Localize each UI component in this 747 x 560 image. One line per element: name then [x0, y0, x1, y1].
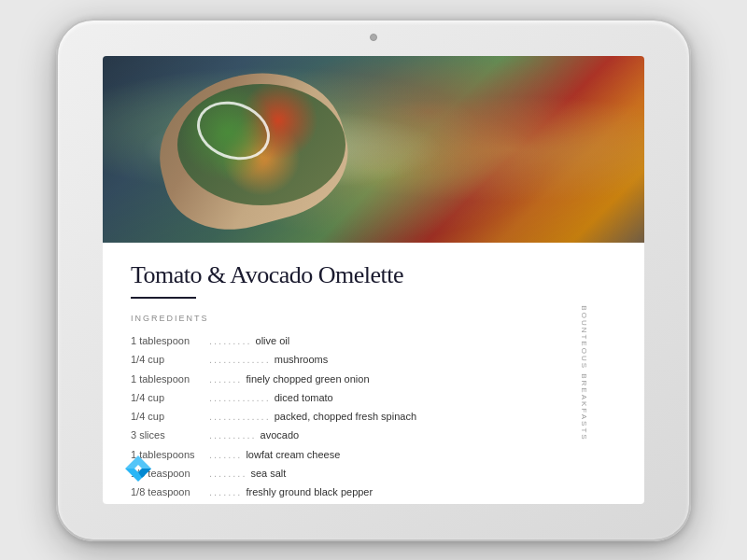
ingredient-amount: 1 tablespoon	[131, 372, 205, 385]
ingredient-dots: .............	[209, 391, 271, 404]
ingredient-amount: 1/4 cup	[131, 391, 205, 404]
ingredient-name: mushrooms	[275, 353, 328, 366]
title-underline	[131, 297, 196, 299]
ingredient-name: freshly ground black pepper	[246, 485, 373, 498]
ingredient-amount: 1 tablespoon	[131, 334, 205, 347]
ingredient-item: 1/8 teaspoon.......freshly ground black …	[131, 485, 616, 498]
ingredient-amount: 1/4 cup	[131, 353, 205, 366]
ingredient-item: 1/4 cup.............packed, chopped fres…	[131, 410, 616, 423]
ingredient-name: lowfat cream cheese	[246, 448, 340, 461]
recipe-image	[103, 56, 644, 243]
ingredient-dots: .........	[209, 334, 252, 347]
recipe-content: BOUNTEOUS BREAKFASTS Tomato & Avocado Om…	[103, 243, 644, 504]
svg-marker-0	[125, 455, 151, 469]
flutter-logo	[121, 452, 155, 485]
ingredient-amount: 1/8 teaspoon	[131, 485, 205, 498]
ingredient-name: olive oil	[256, 334, 290, 347]
tablet-device: BOUNTEOUS BREAKFASTS Tomato & Avocado Om…	[56, 19, 691, 541]
ingredient-name: packed, chopped fresh spinach	[275, 410, 416, 423]
tablet-screen: BOUNTEOUS BREAKFASTS Tomato & Avocado Om…	[103, 56, 644, 504]
camera-dot	[370, 34, 377, 41]
ingredient-amount: 3 slices	[131, 428, 205, 441]
ingredient-name: diced tomato	[275, 391, 333, 404]
ingredient-item: 1/4 cup.............mushrooms	[131, 353, 616, 366]
ingredient-name: sea salt	[250, 467, 286, 480]
ingredient-item: 1 tablespoon.........olive oil	[131, 334, 616, 347]
ingredient-dots: .......	[209, 372, 242, 385]
ingredient-item: 1 tablespoon.......finely chopped green …	[131, 372, 616, 385]
ingredients-heading: INGREDIENTS	[131, 314, 616, 323]
ingredient-dots: .......	[209, 448, 242, 461]
ingredient-dots: .............	[209, 353, 271, 366]
ingredient-name: finely chopped green onion	[246, 372, 369, 385]
ingredient-dots: .............	[209, 410, 271, 423]
ingredient-list: 1 tablespoon.........olive oil1/4 cup...…	[131, 334, 616, 499]
ingredient-dots: ........	[209, 467, 247, 480]
ingredient-dots: .......	[209, 485, 242, 498]
ingredient-item: 3 slices..........avocado	[131, 428, 616, 441]
ingredient-amount: 1/4 cup	[131, 410, 205, 423]
ingredient-item: 1/4 cup.............diced tomato	[131, 391, 616, 404]
ingredient-dots: ..........	[209, 428, 257, 441]
ingredient-name: avocado	[261, 428, 300, 441]
recipe-title: Tomato & Avocado Omelette	[131, 261, 616, 289]
ingredient-item: 1/8 teaspoon........sea salt	[131, 467, 616, 480]
side-label: BOUNTEOUS BREAKFASTS	[580, 305, 588, 441]
recipe-card: BOUNTEOUS BREAKFASTS Tomato & Avocado Om…	[103, 56, 644, 504]
ingredient-item: 1 tablespoons.......lowfat cream cheese	[131, 448, 616, 461]
